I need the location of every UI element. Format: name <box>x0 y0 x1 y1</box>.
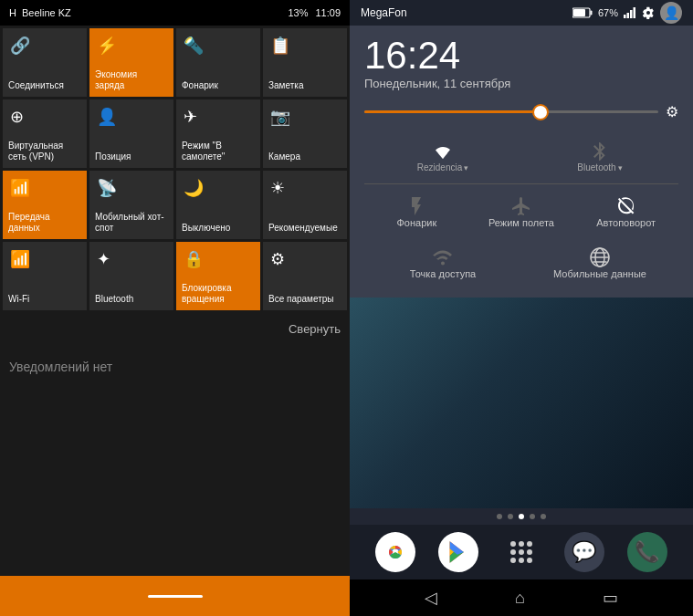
wp-carrier: Beeline KZ <box>22 7 71 18</box>
home-button[interactable]: ⌂ <box>515 589 525 608</box>
toggle-autorotate[interactable]: Автоповорот <box>573 184 678 235</box>
brightness-thumb[interactable] <box>532 104 549 120</box>
mobile-data-toggle-icon <box>587 246 613 268</box>
settings-icon: ⚙ <box>270 249 285 269</box>
tile-flashlight[interactable]: 🔦 Фонарик <box>176 28 260 97</box>
vpn-icon: ⊕ <box>10 107 24 127</box>
block-rotate-icon: 🔒 <box>184 249 204 269</box>
moon-icon: 🌙 <box>184 178 204 198</box>
location-icon: 👤 <box>97 107 117 127</box>
wp-no-notifications-label: Уведомлений нет <box>9 360 112 374</box>
wp-collapse-label[interactable]: Свернуть <box>289 322 341 336</box>
tile-recommended[interactable]: ☀ Рекомендуемые <box>263 171 347 239</box>
android-carrier: MegaFon <box>361 6 407 19</box>
android-page-dots <box>350 508 693 525</box>
wp-tiles-grid: 🔗 Соединиться ⚡ Экономия заряда 🔦 Фонари… <box>0 26 350 313</box>
toggle-hotspot[interactable]: Точка доступа <box>364 235 521 287</box>
tile-block-rotate-label: Блокировка вращения <box>182 283 255 305</box>
tile-vpn-label: Виртуальная сеть (VPN) <box>8 141 81 162</box>
tile-battery-save-label: Экономия заряда <box>95 69 168 91</box>
airplane-toggle-icon <box>510 195 532 217</box>
toggle-flashlight[interactable]: Фонарик <box>364 184 469 235</box>
svg-rect-3 <box>624 15 626 18</box>
avatar[interactable]: 👤 <box>660 2 682 24</box>
svg-rect-2 <box>573 9 585 16</box>
tile-airplane[interactable]: ✈ Режим "В самолете" <box>176 99 260 168</box>
tile-wifi[interactable]: 📶 Wi-Fi <box>3 242 87 310</box>
svg-rect-5 <box>630 10 633 18</box>
dot-1 <box>497 514 502 519</box>
tile-camera[interactable]: 📷 Камера <box>263 99 347 168</box>
play-store-svg <box>446 539 471 565</box>
tile-vpn[interactable]: ⊕ Виртуальная сеть (VPN) <box>3 99 87 168</box>
chrome-svg <box>383 539 408 565</box>
svg-rect-4 <box>627 13 630 18</box>
tile-data-label: Передача данных <box>8 212 81 234</box>
airplane-icon: ✈ <box>184 107 197 127</box>
tile-all-settings-label: Все параметры <box>268 294 334 305</box>
messaging-app-icon[interactable]: 💬 <box>564 532 604 572</box>
wifi-sublabel: Rezidencia ▾ <box>417 162 468 172</box>
tile-bluetooth[interactable]: ✦ Bluetooth <box>89 242 173 310</box>
brightness-slider[interactable]: ⚙ <box>364 103 678 120</box>
tile-all-settings[interactable]: ⚙ Все параметры <box>263 242 347 310</box>
quick-toggles-row1: Rezidencia ▾ Bluetooth ▾ <box>364 130 678 180</box>
android-panel: MegaFon 67% 👤 <box>350 0 693 616</box>
brightness-track[interactable] <box>364 110 658 113</box>
wifi-icon: 📶 <box>10 249 30 269</box>
tile-wifi-label: Wi-Fi <box>8 294 29 305</box>
tile-battery-save[interactable]: ⚡ Экономия заряда <box>89 28 173 97</box>
tile-off[interactable]: 🌙 Выключено <box>176 171 260 239</box>
flashlight-icon: 🔦 <box>184 36 204 56</box>
tile-camera-label: Камера <box>268 151 300 162</box>
android-notification-panel: 16:24 Понедельник, 11 сентября ⚙ Reziden… <box>350 26 693 298</box>
tile-flashlight-label: Фонарик <box>182 80 218 91</box>
brightness-icon: ⚙ <box>666 103 678 120</box>
wp-status-right: 13% 11:09 <box>288 7 341 18</box>
toggle-wifi[interactable]: Rezidencia ▾ <box>364 130 521 180</box>
hotspot-toggle-icon <box>430 246 456 268</box>
flashlight-label: Фонарик <box>396 217 436 228</box>
wp-signal-icon: H <box>9 7 16 18</box>
battery-save-icon: ⚡ <box>97 36 117 56</box>
brightness-fill <box>364 110 541 113</box>
toggle-airplane[interactable]: Режим полета <box>469 184 574 235</box>
phone-app-icon[interactable]: 📞 <box>627 532 667 572</box>
tile-location[interactable]: 👤 Позиция <box>89 99 173 168</box>
chrome-app-icon[interactable] <box>375 532 415 572</box>
android-date: Понедельник, 11 сентября <box>364 77 678 90</box>
wp-bottom-bar <box>0 576 350 616</box>
toggle-bluetooth[interactable]: Bluetooth ▾ <box>521 130 678 180</box>
flashlight-toggle-icon <box>405 195 427 217</box>
messaging-icon: 💬 <box>572 540 596 564</box>
airplane-label: Режим полета <box>488 217 554 228</box>
bluetooth-icon: ✦ <box>97 249 110 269</box>
play-store-icon[interactable] <box>438 532 478 572</box>
tile-data[interactable]: 📶 Передача данных <box>3 171 87 239</box>
android-background <box>350 298 693 508</box>
apps-grid-icon[interactable] <box>501 532 541 572</box>
tile-recommended-label: Рекомендуемые <box>268 223 338 234</box>
settings-icon[interactable] <box>642 6 655 19</box>
android-nav-bar: ◁ ⌂ ▭ <box>350 579 693 616</box>
grid-dots <box>510 541 532 563</box>
recent-button[interactable]: ▭ <box>603 588 618 608</box>
wp-collapse-btn[interactable]: Свернуть <box>0 313 350 344</box>
android-time: 16:24 <box>364 37 678 75</box>
recommended-icon: ☀ <box>270 178 285 198</box>
dot-3 <box>519 514 524 519</box>
wp-time: 11:09 <box>315 7 341 18</box>
tile-bluetooth-label: Bluetooth <box>95 294 133 305</box>
tile-block-rotate[interactable]: 🔒 Блокировка вращения <box>176 242 260 310</box>
wp-status-left: H Beeline KZ <box>9 7 71 18</box>
toggle-mobile-data[interactable]: Мобильные данные <box>521 235 678 287</box>
tile-hotspot-label: Мобильный хот-спот <box>95 212 168 234</box>
bluetooth-sublabel: Bluetooth ▾ <box>577 162 622 172</box>
tile-hotspot[interactable]: 📡 Мобильный хот-спот <box>89 171 173 239</box>
tile-connect[interactable]: 🔗 Соединиться <box>3 28 87 97</box>
back-button[interactable]: ◁ <box>425 588 437 608</box>
hotspot-icon: 📡 <box>97 178 117 198</box>
note-icon: 📋 <box>270 36 290 56</box>
tile-note[interactable]: 📋 Заметка <box>263 28 347 97</box>
tile-off-label: Выключено <box>182 223 230 234</box>
